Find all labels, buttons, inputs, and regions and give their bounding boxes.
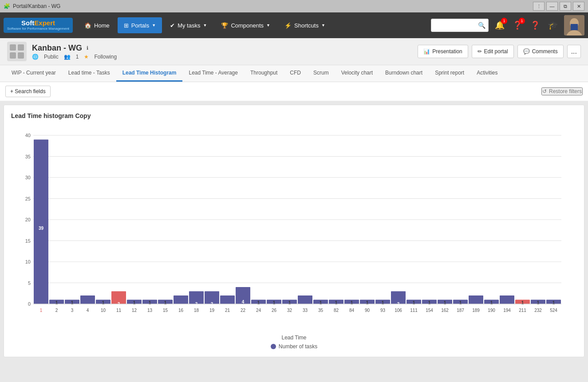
star-icon: ★ [84,54,89,60]
svg-text:35: 35 [318,308,324,313]
logo-sub: Software for Performance Management [7,27,69,31]
svg-rect-110 [469,295,483,304]
svg-rect-5 [18,44,24,51]
more-actions-btn[interactable]: ... [567,45,581,58]
svg-text:15: 15 [163,308,168,313]
tab-burndown-chart[interactable]: Burndown chart [379,65,429,82]
svg-text:5: 5 [28,280,31,286]
minimize-btn[interactable]: — [546,2,558,11]
svg-text:1: 1 [164,300,167,305]
svg-text:524: 524 [550,308,557,313]
title-bar: 🧩 Portal/Kanban - WG ⋮ — ⧉ ✕ [0,0,588,12]
svg-text:1: 1 [102,300,105,305]
home-nav-btn[interactable]: 🏠 Home [78,17,116,33]
help-btn[interactable]: ❓ [529,19,542,32]
components-nav-btn[interactable]: 🏆 Components ▼ [215,17,276,33]
tab-wip[interactable]: WIP - Current year [5,65,62,82]
tab-velocity-chart[interactable]: Velocity chart [335,65,379,82]
svg-text:1: 1 [366,300,369,305]
portal-followers: 1 [76,54,79,60]
mytasks-nav-btn[interactable]: ✔ My tasks ▼ [164,17,213,33]
main-nav: SoftExpert Software for Performance Mana… [0,12,588,38]
portal-header: Kanban - WG ℹ 🌐 Public 👥 1 ★ Following 📊… [0,38,588,65]
svg-rect-26 [34,140,48,304]
legend-label: Number of tasks [279,343,317,350]
svg-text:111: 111 [410,308,418,313]
chart-area: 0510152025303540391121324110311112113115… [11,126,577,350]
chart-title: Lead Time histogram Copy [11,112,577,119]
svg-text:10: 10 [25,259,31,264]
portal-title: Kanban - WG [32,43,82,53]
more-options-btn[interactable]: ⋮ [533,2,545,11]
graduation-btn[interactable]: 🎓 [546,19,560,32]
svg-text:39: 39 [39,226,44,231]
svg-text:25: 25 [25,196,31,201]
search-input[interactable] [434,22,478,28]
svg-text:24: 24 [256,308,261,313]
x-axis-label: Lead Time [11,335,577,341]
svg-text:1: 1 [133,300,136,305]
tab-activities[interactable]: Activities [470,65,504,82]
svg-text:21: 21 [225,308,230,313]
svg-text:106: 106 [395,308,402,313]
svg-text:190: 190 [488,308,495,313]
svg-text:33: 33 [303,308,308,313]
svg-text:1: 1 [335,300,338,305]
chart-svg-wrap: 0510152025303540391121324110311112113115… [11,126,577,332]
user-avatar[interactable] [564,15,584,35]
filters-bar: + Search fields ↺ Restore filters [0,82,588,101]
portal-info-icon[interactable]: ℹ [87,45,88,51]
svg-text:2: 2 [55,308,58,313]
svg-text:194: 194 [503,308,511,313]
svg-rect-7 [18,52,24,59]
nav-search-area: 🔍 🔔 1 ❓ 1 ❓ 🎓 [431,15,584,35]
restore-filters-btn[interactable]: ↺ Restore filters [541,87,583,95]
svg-text:1: 1 [288,300,291,305]
restore-btn[interactable]: ⧉ [560,2,571,11]
tab-scrum[interactable]: Scrum [307,65,335,82]
logo-soft: Soft [21,19,34,27]
svg-text:30: 30 [25,175,31,180]
svg-text:3: 3 [71,308,74,313]
public-icon: 🌐 [32,54,39,60]
search-box[interactable]: 🔍 [431,19,489,32]
svg-text:1: 1 [351,300,353,305]
svg-text:1: 1 [320,300,322,305]
search-fields-label: + Search fields [10,88,46,95]
svg-text:1: 1 [521,300,524,305]
edit-portal-btn[interactable]: ✏ Edit portal [472,45,514,58]
search-fields-btn[interactable]: + Search fields [5,86,51,97]
tab-throughput[interactable]: Throughput [244,65,284,82]
help-alert-btn[interactable]: ❓ 1 [511,19,524,32]
tab-leadtime-histogram[interactable]: Lead Time Histogram [116,65,183,82]
svg-text:154: 154 [426,308,433,313]
notifications-btn[interactable]: 🔔 1 [493,19,506,32]
svg-text:1: 1 [55,300,58,305]
svg-text:84: 84 [349,308,355,313]
mytasks-caret: ▼ [203,23,207,28]
shortcuts-nav-btn[interactable]: ⚡ Shortcuts ▼ [278,17,331,33]
svg-text:1: 1 [71,300,74,305]
tab-cfd[interactable]: CFD [284,65,307,82]
notification-badge: 1 [501,18,507,24]
portals-nav-btn[interactable]: ⊞ Portals ▼ [118,17,162,33]
home-icon: 🏠 [84,22,91,29]
tab-leadtime-average[interactable]: Lead Time - Average [182,65,244,82]
tab-sprint-report[interactable]: Sprint report [429,65,470,82]
svg-rect-53 [174,295,188,304]
svg-text:0: 0 [28,301,31,307]
svg-text:11: 11 [116,308,122,313]
presentation-btn[interactable]: 📊 Presentation [418,45,468,58]
svg-rect-6 [10,52,16,59]
tab-leadtime-tasks[interactable]: Lead time - Tasks [62,65,116,82]
window-title: Portal/Kanban - WG [13,3,60,9]
svg-text:1: 1 [413,300,415,305]
svg-rect-35 [80,295,95,304]
svg-rect-62 [220,295,235,304]
legend-dot [271,344,276,349]
comments-btn[interactable]: 💬 Comments [517,45,564,58]
close-btn[interactable]: ✕ [573,2,584,11]
svg-rect-77 [298,295,312,304]
svg-text:1: 1 [490,300,493,305]
svg-rect-116 [500,295,514,304]
